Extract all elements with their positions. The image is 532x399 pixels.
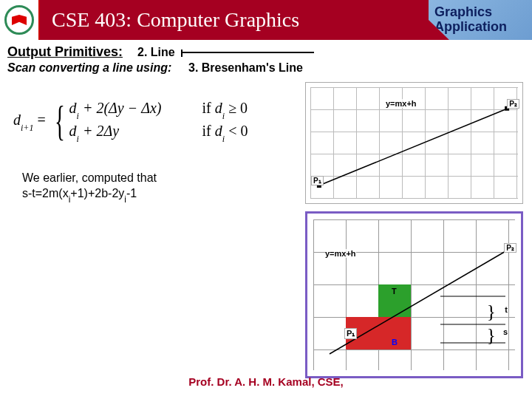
left-brace-icon: { [55, 102, 65, 140]
p1-label: P₁ [311, 176, 324, 185]
section-row: Output Primitives: 2. Line [0, 40, 532, 61]
t-measure-label: t [505, 305, 508, 314]
right-brace-icon: } [487, 301, 496, 323]
lhs-var: d [13, 112, 21, 128]
t-cell-label: T [390, 287, 398, 296]
b-cell-label: B [390, 338, 399, 347]
note-line1: We earlier, computed that [22, 171, 157, 186]
recurrence-formula: di+1 = { di + 2(Δy − Δx) if di ≥ 0 di + … [13, 97, 276, 146]
figure-bresenham-step: P₁ T B y=mx+h P₂ t s } } [305, 211, 523, 378]
svg-line-0 [319, 109, 508, 185]
line-equation-label: y=mx+h [386, 99, 417, 108]
p1-cell-label: P₁ [344, 328, 357, 339]
slide-header: CSE 403: Computer Graphics Graphics Appl… [0, 0, 532, 40]
p2-label-2: P₂ [504, 243, 516, 253]
header-topic-badge: Graphics Application [429, 0, 532, 40]
figure-line-on-grid: y=mx+h P₁ P₂ [305, 82, 523, 204]
right-brace-icon-2: } [487, 324, 496, 347]
slide-body: di+1 = { di + 2(Δy − Δx) if di ≥ 0 di + … [0, 75, 532, 392]
equals-sign: = [37, 112, 49, 128]
p2-label: P₂ [507, 99, 519, 109]
note-line2: s-t=2m(xi+1)+2b-2yi-1 [22, 186, 157, 204]
scan-converting-text: Scan converting a line using: [7, 61, 188, 75]
section-label: Output Primitives: [7, 44, 123, 60]
line-equation-label-2: y=mx+h [325, 249, 356, 258]
topic-line1: Graphics [434, 5, 532, 20]
author-footer: Prof. Dr. A. H. M. Kamal, CSE, [0, 375, 532, 388]
s-measure-label: s [503, 327, 508, 336]
topic-line2: Application [434, 20, 532, 35]
derivation-note: We earlier, computed that s-t=2m(xi+1)+2… [22, 171, 157, 204]
university-logo [0, 0, 40, 40]
lhs-sub: i+1 [21, 123, 33, 133]
subtopic-label: 2. Line [137, 46, 175, 59]
line-svg-bottom [307, 214, 521, 376]
method-label: 3. Bresenham's Line [188, 61, 303, 75]
horizontal-rule-icon [181, 52, 314, 53]
method-row: Scan converting a line using: 3. Bresenh… [0, 61, 532, 75]
